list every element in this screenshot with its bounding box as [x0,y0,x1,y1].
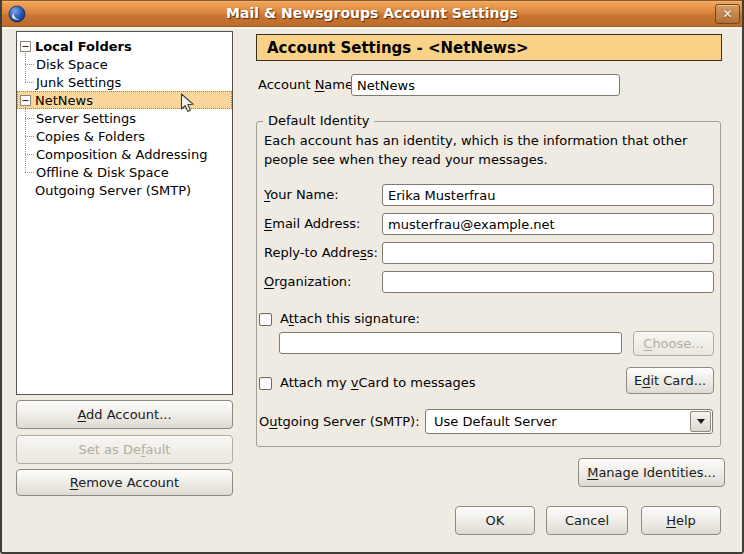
tree-item-outgoing-server[interactable]: Outgoing Server (SMTP) [17,181,232,199]
account-settings-dialog: Mail & Newsgroups Account Settings ✕ − L… [0,0,744,554]
attach-vcard-label: Attach my vCard to messages [280,373,475,393]
reply-to-input[interactable] [382,242,714,264]
outgoing-server-label: Outgoing Server (SMTP): [259,410,420,434]
chevron-down-icon [697,419,705,424]
tree-line [25,154,34,155]
close-button[interactable]: ✕ [715,4,740,24]
tree-item-label: Outgoing Server (SMTP) [35,183,191,198]
account-name-input[interactable] [351,74,620,96]
identity-description-line1: Each account has an identity, which is t… [264,133,687,148]
attach-vcard-checkbox[interactable] [259,377,272,390]
tree-item-copies-folders[interactable]: Copies & Folders [17,127,232,145]
tree-line [25,172,34,173]
tree-item-label: Copies & Folders [36,129,145,144]
tree-item-label: Server Settings [36,111,136,126]
tree-item-offline-disk-space[interactable]: Offline & Disk Space [17,163,232,181]
tree-line [25,64,34,65]
titlebar[interactable]: Mail & Newsgroups Account Settings ✕ [0,0,744,27]
collapse-icon[interactable]: − [20,41,31,52]
reply-to-label: Reply-to Address: [264,242,378,264]
tree-item-composition-addressing[interactable]: Composition & Addressing [17,145,232,163]
help-button[interactable]: Help [641,506,721,535]
tree-line [25,82,34,83]
tree-line [25,136,34,137]
attach-signature-label: Attach this signature: [280,309,420,329]
panel-title: Account Settings - <NetNews> [267,39,528,57]
ok-button[interactable]: OK [455,506,535,535]
your-name-label: Your Name: [264,184,339,206]
window-title: Mail & Newsgroups Account Settings [0,5,744,21]
choose-button[interactable]: Choose... [633,331,714,356]
organization-input[interactable] [382,271,714,293]
tree-item-local-folders[interactable]: − Local Folders [17,37,232,55]
tree-guide-line [25,105,26,172]
organization-label: Organization: [264,271,352,293]
edit-card-button[interactable]: Edit Card... [626,367,714,394]
account-name-label: Account Name: [258,74,357,96]
add-account-button[interactable]: Add Account... [16,400,233,429]
signature-file-input[interactable] [279,332,622,354]
tree-item-label: Disk Space [36,57,108,72]
tree-line [25,118,34,119]
email-address-input[interactable] [382,213,714,235]
remove-account-button[interactable]: Remove Account [16,469,233,496]
tree-item-junk-settings[interactable]: Junk Settings [17,73,232,91]
email-address-label: Email Address: [264,213,360,235]
titlebar-divider [0,27,744,29]
tree-item-label: Junk Settings [36,75,121,90]
dropdown-selected-value: Use Default Server [426,414,557,429]
cancel-button[interactable]: Cancel [546,506,628,535]
dropdown-button[interactable] [690,411,711,432]
outgoing-server-dropdown[interactable]: Use Default Server [425,409,713,434]
tree-item-label: Local Folders [35,39,132,54]
tree-guide-line [25,51,26,82]
identity-description-line2: people see when they read your messages. [264,152,548,167]
panel-header: Account Settings - <NetNews> [256,34,722,61]
your-name-input[interactable] [382,184,714,206]
tree-item-label: NetNews [35,93,93,108]
tree-item-disk-space[interactable]: Disk Space [17,55,232,73]
account-tree[interactable]: − Local Folders Disk Space Junk Settings… [16,31,233,395]
set-as-default-button[interactable]: Set as Default [16,435,233,464]
tree-item-label: Offline & Disk Space [36,165,169,180]
default-identity-legend: Default Identity [263,113,374,128]
close-icon: ✕ [722,7,732,21]
tree-item-label: Composition & Addressing [36,147,207,162]
collapse-icon[interactable]: − [20,95,31,106]
tree-item-netnews[interactable]: − NetNews [17,91,232,109]
attach-signature-checkbox[interactable] [259,313,272,326]
manage-identities-button[interactable]: Manage Identities... [578,458,725,487]
tree-item-server-settings[interactable]: Server Settings [17,109,232,127]
